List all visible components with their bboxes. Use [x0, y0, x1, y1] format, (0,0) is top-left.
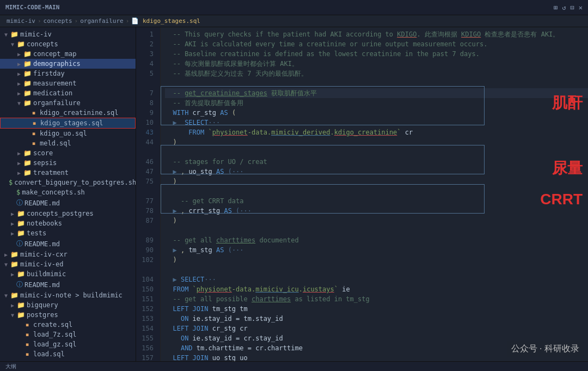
sidebar-item-label: postgres: [27, 311, 136, 319]
sidebar-item-create-sql[interactable]: ▪ create.sql: [0, 320, 136, 330]
sidebar-item-meld[interactable]: ▪ meld.sql: [0, 138, 136, 148]
sidebar-item-score[interactable]: ▶ 📁 score: [0, 148, 136, 158]
copy-icon[interactable]: ⊞: [554, 4, 558, 11]
sidebar-item-load-gz-sql[interactable]: ▪ load_gz.sql: [0, 339, 136, 349]
sidebar-item-mimic-iv-ed[interactable]: ▼ 📁 mimic-iv-ed: [0, 259, 136, 269]
folder-icon: 📁: [23, 60, 32, 68]
sidebar-item-label: score: [33, 149, 136, 157]
titlebar-title: MIMIC-CODE-MAIN: [5, 4, 59, 11]
code-line: ▶ , crrt_stg AS (···: [165, 206, 588, 216]
code-line: -- get all charttimes documented: [165, 235, 588, 245]
arrow-icon: ▶: [9, 230, 16, 236]
code-line: -- This query checks if the patient had …: [165, 29, 588, 39]
sidebar-item-treatment[interactable]: ▶ 📁 treatment: [0, 168, 136, 178]
folder-icon: 📁: [23, 169, 32, 177]
sidebar-item-notebooks[interactable]: ▶ 📁 notebooks: [0, 218, 136, 228]
sidebar-item-tests[interactable]: ▶ 📁 tests: [0, 228, 136, 238]
breadcrumb-sep: ›: [75, 17, 78, 25]
sidebar-item-demographics[interactable]: ▶ 📁 demographics: [0, 59, 136, 69]
line-numbers: 1 2 3 4 5 7 8 9 10 43 44 46 47 75 77 78 …: [136, 27, 161, 361]
sidebar-item-load-sql[interactable]: ▪ load.sql: [0, 349, 136, 359]
arrow-icon: ▶: [15, 51, 23, 57]
arrow-icon: ▶: [15, 61, 23, 67]
sidebar-item-bigquery[interactable]: ▶ 📁 bigquery: [0, 300, 136, 310]
code-line: ▶ , tm_stg AS (···: [165, 245, 588, 255]
sidebar-item-mimic-iv-note[interactable]: ▼ 📁 mimic-iv-note > buildmimic: [0, 290, 136, 300]
sidebar-item-postgres[interactable]: ▼ 📁 postgres: [0, 310, 136, 320]
sidebar-item-buildmimic[interactable]: ▶ 📁 buildmimic: [0, 269, 136, 279]
sidebar-item-readme-concepts[interactable]: ⓘ README.md: [0, 197, 136, 209]
sidebar-item-organfailure[interactable]: ▼ 📁 organfailure: [0, 98, 136, 108]
code-line: WITH cr_stg AS (: [165, 108, 588, 118]
folder-icon: 📁: [16, 220, 25, 227]
sidebar-item-label: measurement: [33, 80, 136, 87]
code-line: -- get all possible charttimes as listed…: [165, 294, 588, 304]
folder-icon: 📁: [16, 301, 25, 309]
split-icon[interactable]: ⊟: [571, 4, 574, 11]
folder-icon: 📁: [16, 270, 25, 278]
code-line: -- stages for UO / creat: [165, 157, 588, 167]
refresh-icon[interactable]: ↺: [562, 4, 566, 11]
arrow-icon: ▶: [15, 160, 23, 166]
sidebar-item-firstday[interactable]: ▶ 📁 firstday: [0, 69, 136, 78]
arrow-icon: ▶: [9, 302, 16, 308]
sidebar-item-mimic-iv-cxr[interactable]: ▶ 📁 mimic-iv-cxr: [0, 250, 136, 259]
sidebar-item-readme-root[interactable]: ⓘ README.md: [0, 238, 136, 250]
sidebar-item-kdigo-stages[interactable]: ▪ kdigo_stages.sql: [0, 118, 136, 129]
folder-icon: 📁: [16, 210, 25, 217]
sidebar-item-label: mimic-iv-cxr: [20, 251, 136, 258]
folder-icon: 📁: [23, 149, 32, 157]
crrt-annotation: CRRT: [540, 191, 583, 208]
sidebar-item-kdigo-uo[interactable]: ▪ kdigo_uo.sql: [0, 129, 136, 138]
breadcrumb-sep: ›: [38, 17, 41, 25]
main-layout: ▼ 📁 mimic-iv ▼ 📁 concepts ▶ 📁 concept_ma…: [0, 27, 588, 361]
code-line: [165, 78, 588, 88]
sidebar-item-label: kdigo_uo.sql: [40, 130, 136, 137]
code-line: [165, 186, 588, 196]
close-icon[interactable]: ✕: [579, 4, 583, 11]
sidebar: ▼ 📁 mimic-iv ▼ 📁 concepts ▶ 📁 concept_ma…: [0, 27, 136, 361]
sidebar-item-load-7z-sql[interactable]: ▪ load_7z.sql: [0, 330, 136, 339]
sidebar-item-sepsis[interactable]: ▶ 📁 sepsis: [0, 158, 136, 168]
sidebar-item-make-concepts-sh[interactable]: $ make_concepts.sh: [0, 187, 136, 197]
arrow-icon: ▶: [9, 211, 16, 217]
folder-icon: 📁: [23, 70, 32, 77]
code-line: [165, 147, 588, 157]
sidebar-item-kdigo-creatinine[interactable]: ▪ kdigo_creatinine.sql: [0, 108, 136, 118]
sidebar-item-label: mimic-iv: [20, 31, 136, 38]
watermark: 公众号 · 科研收录: [507, 341, 584, 357]
code-line: ▶ SELECT···: [165, 118, 588, 127]
sidebar-item-measurement[interactable]: ▶ 📁 measurement: [0, 78, 136, 88]
code-content[interactable]: -- This query checks if the patient had …: [161, 27, 588, 361]
sidebar-item-readme-ed[interactable]: ⓘ README.md: [0, 279, 136, 290]
breadcrumb-part: organfailure: [80, 17, 123, 25]
sidebar-item-label: medication: [33, 89, 136, 97]
sql-file-icon: ▪: [29, 109, 38, 117]
sql-file-icon: ▪: [29, 139, 38, 147]
folder-icon: 📁: [16, 311, 25, 319]
sidebar-item-label: mimic-iv-note > buildmimic: [20, 291, 136, 299]
breadcrumb-active: 📄 kdigo_stages.sql: [131, 17, 200, 25]
sidebar-item-concept-map[interactable]: ▶ 📁 concept_map: [0, 49, 136, 59]
sidebar-item-label: load_gz.sql: [33, 340, 136, 348]
code-line: [165, 226, 588, 235]
sidebar-item-convert-sh[interactable]: $ convert_bigquery_to_postgres.sh: [0, 178, 136, 187]
arrow-icon: ▶: [15, 170, 23, 176]
sidebar-item-label: concepts: [27, 40, 136, 48]
folder-icon: 📁: [23, 89, 32, 97]
sidebar-item-label: make_concepts.sh: [22, 188, 136, 196]
sidebar-item-label: mimic-iv-ed: [20, 260, 136, 268]
sidebar-item-label: convert_bigquery_to_postgres.sh: [14, 179, 136, 186]
code-line: ▶ , uo_stg AS (···: [165, 167, 588, 177]
arrow-icon: ▶: [15, 71, 23, 77]
sidebar-item-concepts[interactable]: ▼ 📁 concepts: [0, 39, 136, 49]
sidebar-item-medication[interactable]: ▶ 📁 medication: [0, 88, 136, 98]
sidebar-item-label: organfailure: [33, 99, 136, 107]
titlebar: MIMIC-CODE-MAIN ⊞ ↺ ⊟ ✕: [0, 0, 588, 15]
folder-icon: 📁: [16, 40, 25, 48]
sidebar-item-mimic-iv[interactable]: ▼ 📁 mimic-iv: [0, 29, 136, 39]
breadcrumb-part: concepts: [44, 17, 72, 25]
folder-icon: 📁: [23, 159, 32, 167]
sidebar-item-concepts-postgres[interactable]: ▶ 📁 concepts_postgres: [0, 209, 136, 218]
info-icon: ⓘ: [16, 239, 23, 248]
